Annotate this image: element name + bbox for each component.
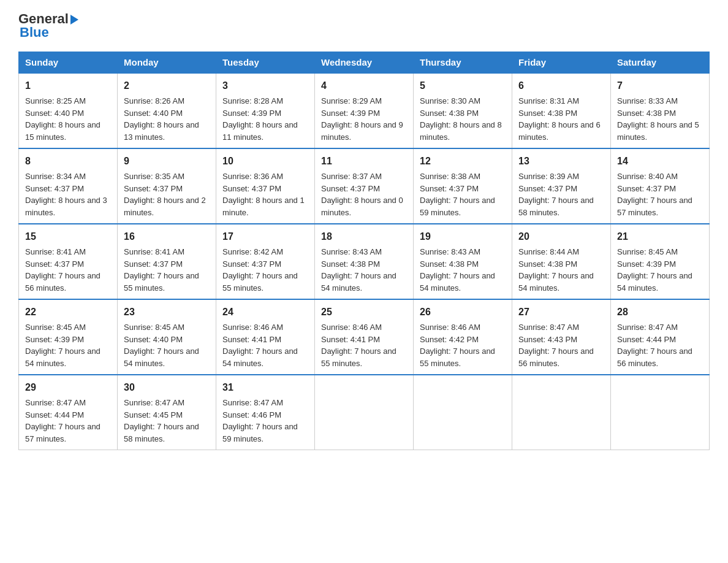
calendar-cell: 12Sunrise: 8:38 AMSunset: 4:37 PMDayligh… (414, 148, 512, 224)
day-sunrise: Sunrise: 8:35 AMSunset: 4:37 PMDaylight:… (124, 172, 206, 217)
logo-text-blue: Blue (20, 25, 49, 40)
calendar-cell: 24Sunrise: 8:46 AMSunset: 4:41 PMDayligh… (216, 299, 315, 375)
calendar-cell (512, 375, 611, 450)
day-sunrise: Sunrise: 8:47 AMSunset: 4:44 PMDaylight:… (617, 323, 692, 368)
day-number: 24 (222, 305, 308, 320)
calendar-week-row: 22Sunrise: 8:45 AMSunset: 4:39 PMDayligh… (19, 299, 710, 375)
day-number: 17 (222, 229, 308, 244)
day-sunrise: Sunrise: 8:46 AMSunset: 4:42 PMDaylight:… (420, 323, 495, 368)
calendar-cell (611, 375, 710, 450)
calendar-cell: 23Sunrise: 8:45 AMSunset: 4:40 PMDayligh… (118, 299, 216, 375)
calendar-cell: 2Sunrise: 8:26 AMSunset: 4:40 PMDaylight… (118, 73, 216, 148)
day-number: 3 (222, 79, 308, 93)
day-number: 5 (420, 79, 506, 93)
day-sunrise: Sunrise: 8:29 AMSunset: 4:39 PMDaylight:… (321, 96, 403, 142)
calendar-cell: 27Sunrise: 8:47 AMSunset: 4:43 PMDayligh… (512, 299, 611, 375)
calendar-cell: 1Sunrise: 8:25 AMSunset: 4:40 PMDaylight… (19, 73, 118, 148)
day-number: 21 (617, 229, 703, 244)
page-header: General Blue (18, 12, 710, 40)
day-number: 13 (518, 154, 604, 169)
header-friday: Friday (512, 52, 611, 74)
calendar-cell: 17Sunrise: 8:42 AMSunset: 4:37 PMDayligh… (216, 224, 315, 299)
day-sunrise: Sunrise: 8:41 AMSunset: 4:37 PMDaylight:… (25, 247, 100, 293)
day-sunrise: Sunrise: 8:40 AMSunset: 4:37 PMDaylight:… (617, 172, 692, 217)
day-number: 28 (617, 305, 703, 320)
day-sunrise: Sunrise: 8:25 AMSunset: 4:40 PMDaylight:… (25, 96, 100, 142)
calendar-cell: 31Sunrise: 8:47 AMSunset: 4:46 PMDayligh… (216, 375, 315, 450)
day-number: 27 (518, 305, 604, 320)
calendar-cell: 14Sunrise: 8:40 AMSunset: 4:37 PMDayligh… (611, 148, 710, 224)
calendar-header-row: SundayMondayTuesdayWednesdayThursdayFrid… (19, 52, 710, 74)
day-number: 10 (222, 154, 308, 169)
calendar-cell: 15Sunrise: 8:41 AMSunset: 4:37 PMDayligh… (19, 224, 118, 299)
header-wednesday: Wednesday (315, 52, 414, 74)
calendar-cell: 22Sunrise: 8:45 AMSunset: 4:39 PMDayligh… (19, 299, 118, 375)
day-number: 26 (420, 305, 506, 320)
day-number: 25 (321, 305, 407, 320)
header-sunday: Sunday (19, 52, 118, 74)
calendar-cell: 6Sunrise: 8:31 AMSunset: 4:38 PMDaylight… (512, 73, 611, 148)
calendar-cell: 10Sunrise: 8:36 AMSunset: 4:37 PMDayligh… (216, 148, 315, 224)
calendar-cell: 30Sunrise: 8:47 AMSunset: 4:45 PMDayligh… (118, 375, 216, 450)
day-sunrise: Sunrise: 8:36 AMSunset: 4:37 PMDaylight:… (222, 172, 305, 217)
day-sunrise: Sunrise: 8:45 AMSunset: 4:39 PMDaylight:… (617, 247, 692, 293)
day-number: 18 (321, 229, 407, 244)
calendar-cell: 19Sunrise: 8:43 AMSunset: 4:38 PMDayligh… (414, 224, 512, 299)
calendar-week-row: 15Sunrise: 8:41 AMSunset: 4:37 PMDayligh… (19, 224, 710, 299)
day-number: 16 (124, 229, 210, 244)
day-number: 2 (124, 79, 210, 93)
day-number: 4 (321, 79, 407, 93)
day-sunrise: Sunrise: 8:33 AMSunset: 4:38 PMDaylight:… (617, 96, 699, 142)
day-number: 15 (25, 229, 111, 244)
header-thursday: Thursday (414, 52, 512, 74)
day-number: 6 (518, 79, 604, 93)
day-number: 22 (25, 305, 111, 320)
calendar-cell: 26Sunrise: 8:46 AMSunset: 4:42 PMDayligh… (414, 299, 512, 375)
calendar-cell: 8Sunrise: 8:34 AMSunset: 4:37 PMDaylight… (19, 148, 118, 224)
calendar-cell: 28Sunrise: 8:47 AMSunset: 4:44 PMDayligh… (611, 299, 710, 375)
calendar-cell: 7Sunrise: 8:33 AMSunset: 4:38 PMDaylight… (611, 73, 710, 148)
day-sunrise: Sunrise: 8:37 AMSunset: 4:37 PMDaylight:… (321, 172, 403, 217)
calendar-cell: 11Sunrise: 8:37 AMSunset: 4:37 PMDayligh… (315, 148, 414, 224)
header-saturday: Saturday (611, 52, 710, 74)
day-sunrise: Sunrise: 8:46 AMSunset: 4:41 PMDaylight:… (222, 323, 298, 368)
day-number: 20 (518, 229, 604, 244)
calendar-table: SundayMondayTuesdayWednesdayThursdayFrid… (18, 52, 710, 450)
day-sunrise: Sunrise: 8:41 AMSunset: 4:37 PMDaylight:… (124, 247, 199, 293)
logo-text-general: General (18, 12, 69, 26)
day-number: 8 (25, 154, 111, 169)
day-sunrise: Sunrise: 8:47 AMSunset: 4:46 PMDaylight:… (222, 398, 298, 443)
header-tuesday: Tuesday (216, 52, 315, 74)
calendar-cell: 25Sunrise: 8:46 AMSunset: 4:41 PMDayligh… (315, 299, 414, 375)
calendar-cell: 5Sunrise: 8:30 AMSunset: 4:38 PMDaylight… (414, 73, 512, 148)
calendar-cell: 3Sunrise: 8:28 AMSunset: 4:39 PMDaylight… (216, 73, 315, 148)
day-number: 14 (617, 154, 703, 169)
day-sunrise: Sunrise: 8:45 AMSunset: 4:39 PMDaylight:… (25, 323, 100, 368)
calendar-cell (414, 375, 512, 450)
day-sunrise: Sunrise: 8:47 AMSunset: 4:43 PMDaylight:… (518, 323, 594, 368)
day-number: 11 (321, 154, 407, 169)
calendar-week-row: 1Sunrise: 8:25 AMSunset: 4:40 PMDaylight… (19, 73, 710, 148)
calendar-week-row: 29Sunrise: 8:47 AMSunset: 4:44 PMDayligh… (19, 375, 710, 450)
calendar-cell: 9Sunrise: 8:35 AMSunset: 4:37 PMDaylight… (118, 148, 216, 224)
calendar-week-row: 8Sunrise: 8:34 AMSunset: 4:37 PMDaylight… (19, 148, 710, 224)
calendar-cell: 18Sunrise: 8:43 AMSunset: 4:38 PMDayligh… (315, 224, 414, 299)
day-number: 23 (124, 305, 210, 320)
calendar-cell: 20Sunrise: 8:44 AMSunset: 4:38 PMDayligh… (512, 224, 611, 299)
day-number: 1 (25, 79, 111, 93)
day-number: 9 (124, 154, 210, 169)
day-number: 7 (617, 79, 703, 93)
day-number: 29 (25, 380, 111, 395)
calendar-cell (315, 375, 414, 450)
day-number: 31 (222, 380, 308, 395)
day-sunrise: Sunrise: 8:39 AMSunset: 4:37 PMDaylight:… (518, 172, 594, 217)
day-number: 12 (420, 154, 506, 169)
calendar-cell: 16Sunrise: 8:41 AMSunset: 4:37 PMDayligh… (118, 224, 216, 299)
calendar-cell: 21Sunrise: 8:45 AMSunset: 4:39 PMDayligh… (611, 224, 710, 299)
day-number: 30 (124, 380, 210, 395)
calendar-cell: 13Sunrise: 8:39 AMSunset: 4:37 PMDayligh… (512, 148, 611, 224)
day-sunrise: Sunrise: 8:43 AMSunset: 4:38 PMDaylight:… (321, 247, 396, 293)
day-sunrise: Sunrise: 8:46 AMSunset: 4:41 PMDaylight:… (321, 323, 396, 368)
day-sunrise: Sunrise: 8:42 AMSunset: 4:37 PMDaylight:… (222, 247, 298, 293)
header-monday: Monday (118, 52, 216, 74)
